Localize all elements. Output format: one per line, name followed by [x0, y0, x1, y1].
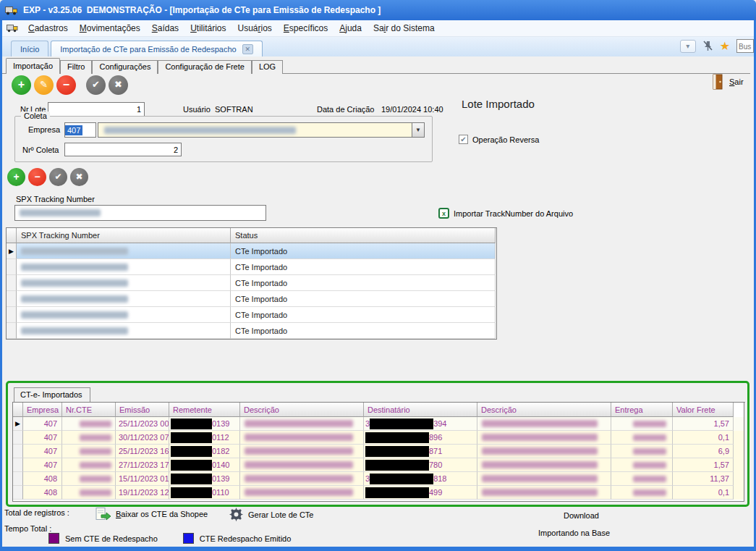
cell-destinatario-suffix: 818	[433, 474, 446, 483]
doc-tab[interactable]: Importação de CTe para Emissão de Redesp…	[51, 41, 262, 56]
cte-grid-col-header[interactable]: Descrição	[240, 403, 364, 417]
exit-button[interactable]: Sair	[711, 74, 744, 90]
redacted-entrega	[633, 448, 666, 455]
legend-color-swatch	[48, 533, 59, 544]
menu-item[interactable]: Sair do Sistema	[368, 22, 441, 35]
chevron-down-icon[interactable]: ▾	[680, 40, 696, 53]
tracking-cancel-button[interactable]: ✖	[70, 168, 88, 186]
row-gutter: ▶	[13, 417, 23, 431]
spx-grid-header: SPX Tracking Number Status	[7, 228, 496, 243]
row-gutter	[7, 307, 17, 323]
page-tab[interactable]: Filtro	[60, 60, 92, 74]
page-tab[interactable]: Importação	[6, 58, 60, 74]
cte-grid-col-header[interactable]: Valor Frete	[673, 403, 734, 417]
row-gutter	[13, 458, 23, 472]
table-row[interactable]: CTe Importado	[7, 275, 496, 291]
title-bar[interactable]: EXP - v3.25.06 DEMONSTRAÇÃO - [Importaçã…	[0, 0, 756, 20]
redacted-tracking-number	[21, 311, 128, 319]
gerar-lote-button[interactable]: Gerar Lote de CTe	[229, 507, 314, 522]
cte-grid-col-header[interactable]: Descrição	[477, 403, 611, 417]
cte-grid-body: ▶40725/11/2023 00013933941,5740730/11/20…	[13, 417, 744, 500]
redacted-descricao	[482, 475, 598, 482]
page-tab[interactable]: LOG	[252, 60, 283, 74]
menu-item[interactable]: Utilitários	[184, 22, 232, 35]
menu-item[interactable]: Específicos	[278, 22, 334, 35]
cte-grid-col-header[interactable]: Entrega	[611, 403, 673, 417]
table-row[interactable]: CTe Importado	[7, 323, 496, 339]
redacted-descricao	[245, 420, 353, 427]
table-row[interactable]: 40815/11/2023 010139381811,37	[13, 472, 744, 486]
table-row[interactable]: CTe Importado	[7, 291, 496, 307]
page-tab[interactable]: Configuração de Frete	[158, 60, 251, 74]
cell-nr-cte	[62, 458, 116, 472]
table-row[interactable]: ▶40725/11/2023 00013933941,57	[13, 417, 744, 431]
table-row[interactable]: 40819/11/2023 1201104990,1	[13, 486, 744, 500]
table-row[interactable]: 40730/11/2023 0701128960,1	[13, 431, 744, 445]
spx-grid-col-tracking[interactable]: SPX Tracking Number	[17, 228, 231, 243]
window-title: EXP - v3.25.06 DEMONSTRAÇÃO - [Importaçã…	[23, 5, 381, 15]
menu-item[interactable]: Cadastros	[22, 22, 74, 35]
table-row[interactable]: CTe Importado	[7, 259, 496, 275]
favorite-star-icon[interactable]: ★	[720, 41, 730, 52]
table-row[interactable]: 40725/11/2023 1601828716,9	[13, 445, 744, 458]
nr-coleta-input[interactable]: 2	[64, 143, 182, 156]
menu-item[interactable]: Ajuda	[334, 22, 368, 35]
spx-grid-col-status[interactable]: Status	[231, 228, 496, 243]
tracking-delete-button[interactable]: −	[28, 168, 46, 186]
table-row[interactable]: ▶CTe Importado	[7, 243, 496, 259]
cell-descricao-destinatario	[477, 445, 611, 458]
baixar-cte-shopee-button[interactable]: Baixar os CTE da Shopee	[95, 507, 208, 521]
redacted-descricao	[482, 420, 598, 427]
combo-dropdown-icon[interactable]: ▼	[412, 123, 424, 137]
menu-item[interactable]: Usuários	[232, 22, 277, 35]
redacted-black-box	[171, 446, 212, 457]
import-tracknumber-button[interactable]: x Importar TrackNumber do Arquivo	[438, 208, 573, 219]
cte-grid-col-header[interactable]: Nr.CTE	[62, 403, 116, 417]
cell-remetente: 0139	[169, 417, 240, 431]
cte-grid-col-header[interactable]: Emissão	[116, 403, 169, 417]
delete-button[interactable]: −	[56, 75, 76, 95]
cte-importados-tab[interactable]: CT-e- Importados	[14, 387, 90, 402]
gear-icon	[229, 507, 244, 522]
close-icon[interactable]: ✕	[242, 44, 253, 54]
doc-tab[interactable]: Início	[11, 41, 48, 56]
table-row[interactable]: 40727/11/2023 1701407801,57	[13, 458, 744, 472]
unpin-icon[interactable]	[702, 40, 713, 52]
tracking-add-button[interactable]: +	[7, 168, 25, 186]
empresa-combo[interactable]: ▼	[98, 122, 425, 138]
page-tab[interactable]: Configurações	[92, 60, 158, 74]
legend-label: CTE Redespacho Emitido	[200, 534, 292, 543]
cancel-button[interactable]: ✖	[109, 75, 128, 95]
redacted-tracking-number	[21, 248, 128, 255]
cte-grid-col-header[interactable]: Empresa	[23, 403, 62, 417]
search-input[interactable]	[736, 39, 754, 53]
spx-grid: SPX Tracking Number Status ▶CTe Importad…	[6, 227, 497, 340]
cte-grid-col-header[interactable]: Remetente	[169, 403, 240, 417]
cell-empresa: 407	[23, 458, 62, 472]
legend-item: Sem CTE de Redespacho	[48, 533, 158, 544]
tracking-confirm-button[interactable]: ✔	[49, 168, 67, 186]
add-button[interactable]: +	[12, 75, 31, 95]
redacted-entrega	[633, 476, 666, 482]
nr-lote-input[interactable]: 1	[48, 102, 145, 117]
tracking-toolbar: + − ✔ ✖	[7, 168, 88, 186]
cell-destinatario-suffix: 896	[429, 433, 442, 442]
cell-destinatario: 3818	[364, 472, 477, 486]
row-marker-icon: ▶	[9, 248, 14, 255]
redacted-descricao	[245, 489, 353, 496]
legend-item: CTE Redespacho Emitido	[183, 533, 292, 544]
menu-item[interactable]: Saídas	[146, 22, 184, 35]
cell-destinatario-suffix: 394	[433, 419, 446, 428]
nr-lote-value: 1	[137, 105, 141, 114]
menu-item[interactable]: Movimentações	[74, 22, 146, 35]
cte-grid-col-header[interactable]: Destinatário	[364, 403, 477, 417]
menu-bar: CadastrosMovimentaçõesSaídasUtilitáriosU…	[2, 20, 754, 37]
table-row[interactable]: CTe Importado	[7, 307, 496, 323]
empresa-code-input[interactable]: 407	[64, 122, 96, 138]
cell-remetente-suffix: 0139	[212, 474, 229, 483]
confirm-button[interactable]: ✔	[86, 75, 106, 95]
edit-button[interactable]: ✎	[34, 75, 54, 95]
operacao-reversa-checkbox[interactable]: ✔ Operação Reversa	[459, 135, 539, 144]
spx-tracking-input[interactable]	[14, 205, 266, 221]
redacted-black-box	[365, 446, 429, 457]
